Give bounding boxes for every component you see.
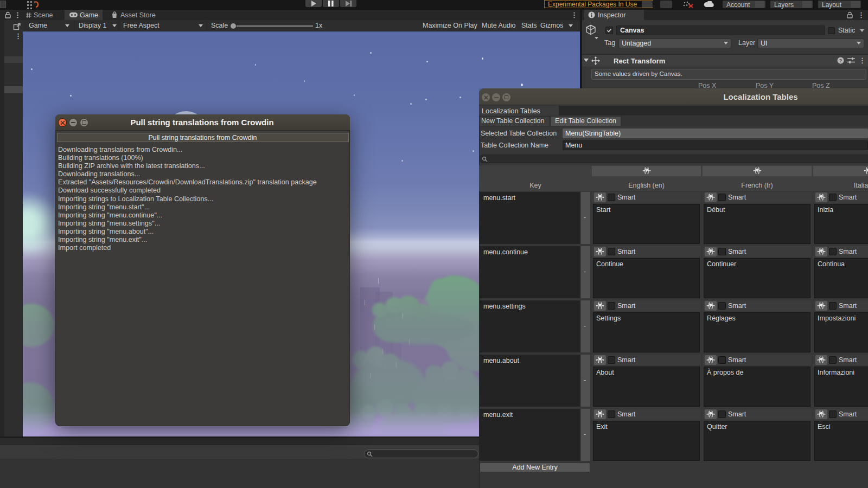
- svg-text:?: ?: [839, 58, 843, 63]
